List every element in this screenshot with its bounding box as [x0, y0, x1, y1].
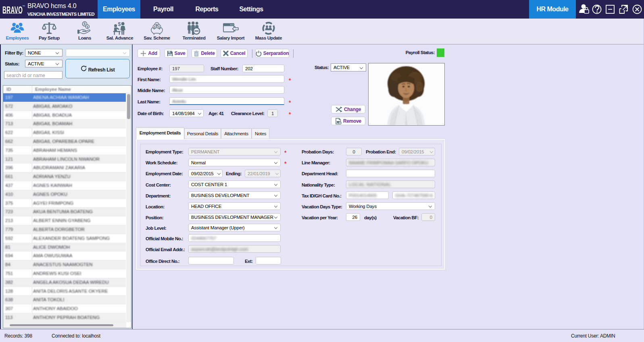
svg-text:$: $: [118, 21, 121, 27]
svg-text:$: $: [154, 25, 156, 29]
svg-text:$: $: [87, 25, 88, 29]
svg-text:$: $: [84, 22, 86, 26]
svg-text:$: $: [158, 25, 160, 29]
svg-text:$: $: [156, 23, 158, 27]
